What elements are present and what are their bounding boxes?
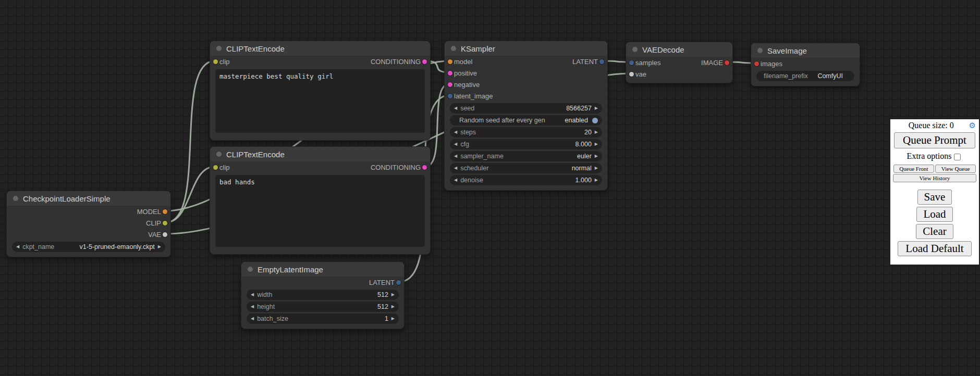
input-port-clip[interactable]: [213, 59, 218, 64]
increment-icon[interactable]: ▶: [391, 305, 395, 309]
widget-random-seed-toggle[interactable]: Random seed after every gen enabled: [450, 115, 602, 126]
increment-icon[interactable]: ▶: [391, 293, 395, 297]
node-title-bar[interactable]: CLIPTextEncode: [210, 41, 430, 56]
increment-icon[interactable]: ▶: [595, 106, 598, 110]
node-checkpointloadersimple[interactable]: CheckpointLoaderSimple MODEL CLIP VAE ◀ …: [6, 191, 171, 257]
output-port-vae[interactable]: [163, 232, 167, 237]
input-port-clip[interactable]: [213, 165, 218, 170]
input-port-model[interactable]: [448, 59, 452, 64]
increment-icon[interactable]: ▶: [595, 154, 598, 158]
increment-icon[interactable]: ▶: [391, 317, 395, 321]
decrement-icon[interactable]: ◀: [454, 166, 457, 170]
view-history-button[interactable]: View History: [893, 174, 976, 182]
node-title: VAEDecode: [642, 45, 684, 54]
extra-options-checkbox[interactable]: [954, 154, 961, 160]
decrement-icon[interactable]: ◀: [251, 317, 254, 321]
input-label-clip: clip: [219, 58, 230, 66]
node-collapse-dot[interactable]: [216, 46, 222, 51]
slot-row: vae: [626, 68, 732, 80]
node-saveimage[interactable]: SaveImage images filename_prefix ComfyUI: [751, 43, 860, 86]
menu-panel: Queue size: 0 ⚙ Queue Prompt Extra optio…: [890, 119, 979, 265]
input-port-vae[interactable]: [629, 72, 634, 77]
increment-icon[interactable]: ▶: [595, 166, 598, 170]
decrement-icon[interactable]: ◀: [454, 178, 457, 182]
decrement-icon[interactable]: ◀: [454, 142, 457, 146]
output-port-clip[interactable]: [163, 221, 167, 225]
increment-icon[interactable]: ▶: [595, 142, 598, 146]
positive-prompt-textarea[interactable]: masterpiece best quality girl: [215, 69, 425, 133]
clear-button[interactable]: Clear: [916, 224, 953, 239]
output-port-image[interactable]: [725, 60, 729, 65]
widget-scheduler[interactable]: ◀ scheduler normal ▶: [450, 163, 602, 173]
decrement-icon[interactable]: ◀: [454, 154, 457, 158]
output-port-latent[interactable]: [396, 280, 401, 285]
load-button[interactable]: Load: [916, 207, 952, 222]
node-cliptextencode-negative[interactable]: CLIPTextEncode clip CONDITIONING bad han…: [210, 146, 431, 255]
widget-seed[interactable]: ◀ seed 8566257 ▶: [450, 103, 602, 114]
input-port-negative[interactable]: [448, 82, 452, 87]
decrement-icon[interactable]: ◀: [454, 130, 457, 134]
settings-gear-icon[interactable]: ⚙: [969, 121, 976, 130]
output-label-latent: LATENT: [572, 58, 598, 66]
node-collapse-dot[interactable]: [757, 48, 763, 53]
input-port-images[interactable]: [754, 61, 759, 66]
widget-height[interactable]: ◀ height 512 ▶: [247, 302, 399, 312]
widget-label: batch_size: [257, 315, 288, 322]
node-title: CLIPTextEncode: [226, 150, 285, 159]
output-port-conditioning[interactable]: [422, 59, 427, 64]
decrement-icon[interactable]: ◀: [251, 293, 254, 297]
slot-row: images: [751, 58, 860, 69]
widget-filename-prefix[interactable]: filename_prefix ComfyUI: [756, 71, 854, 81]
node-title-bar[interactable]: CLIPTextEncode: [210, 147, 430, 161]
increment-icon[interactable]: ▶: [158, 245, 161, 249]
output-port-conditioning[interactable]: [422, 165, 427, 170]
node-collapse-dot[interactable]: [632, 47, 638, 52]
graph-canvas[interactable]: CheckpointLoaderSimple MODEL CLIP VAE ◀ …: [0, 0, 980, 376]
input-port-positive[interactable]: [448, 71, 452, 76]
output-port-latent[interactable]: [599, 59, 604, 64]
output-port-model[interactable]: [163, 209, 167, 214]
increment-icon[interactable]: ▶: [595, 178, 598, 182]
input-port-samples[interactable]: [629, 60, 634, 65]
widget-denoise[interactable]: ◀ denoise 1.000 ▶: [450, 175, 602, 185]
toggle-dot-icon[interactable]: [592, 118, 598, 123]
output-label-image: IMAGE: [701, 59, 723, 67]
node-title-bar[interactable]: EmptyLatentImage: [241, 262, 404, 277]
queue-front-button[interactable]: Queue Front: [893, 165, 934, 173]
node-title-bar[interactable]: CheckpointLoaderSimple: [7, 191, 170, 206]
widget-width[interactable]: ◀ width 512 ▶: [247, 290, 399, 300]
node-collapse-dot[interactable]: [248, 267, 253, 272]
node-title-bar[interactable]: VAEDecode: [626, 42, 732, 57]
widget-sampler-name[interactable]: ◀ sampler_name euler ▶: [450, 151, 602, 161]
output-label-conditioning: CONDITIONING: [371, 58, 421, 66]
widget-ckpt-name[interactable]: ◀ ckpt_name v1-5-pruned-emaonly.ckpt ▶: [12, 242, 165, 252]
widget-steps[interactable]: ◀ steps 20 ▶: [450, 127, 602, 137]
input-port-latent-image[interactable]: [448, 94, 452, 98]
widget-batch-size[interactable]: ◀ batch_size 1 ▶: [247, 314, 399, 324]
decrement-icon[interactable]: ◀: [16, 245, 19, 249]
widget-value: 20: [584, 129, 592, 136]
widget-value: 512: [377, 291, 388, 298]
increment-icon[interactable]: ▶: [595, 130, 598, 134]
node-vaedecode[interactable]: VAEDecode samples IMAGE vae: [626, 42, 733, 83]
node-title-bar[interactable]: KSampler: [445, 41, 607, 56]
view-queue-button[interactable]: View Queue: [935, 165, 976, 173]
node-collapse-dot[interactable]: [13, 196, 18, 201]
node-collapse-dot[interactable]: [216, 152, 222, 157]
node-cliptextencode-positive[interactable]: CLIPTextEncode clip CONDITIONING masterp…: [210, 41, 431, 141]
widget-label: steps: [460, 129, 476, 136]
load-default-button[interactable]: Load Default: [898, 241, 971, 256]
negative-prompt-textarea[interactable]: bad hands: [215, 175, 425, 247]
widget-label: ckpt_name: [22, 243, 54, 250]
widget-value: 8.000: [575, 141, 592, 148]
decrement-icon[interactable]: ◀: [454, 106, 457, 110]
node-emptylatentimage[interactable]: EmptyLatentImage LATENT ◀ width 512 ▶ ◀ …: [241, 261, 405, 329]
node-title-bar[interactable]: SaveImage: [751, 43, 860, 58]
decrement-icon[interactable]: ◀: [251, 305, 254, 309]
node-ksampler[interactable]: KSampler model LATENT positive negative …: [444, 41, 608, 191]
output-row: CLIP: [7, 217, 170, 229]
save-button[interactable]: Save: [917, 190, 952, 205]
node-collapse-dot[interactable]: [451, 46, 456, 51]
widget-cfg[interactable]: ◀ cfg 8.000 ▶: [450, 139, 602, 149]
queue-prompt-button[interactable]: Queue Prompt: [894, 132, 975, 148]
